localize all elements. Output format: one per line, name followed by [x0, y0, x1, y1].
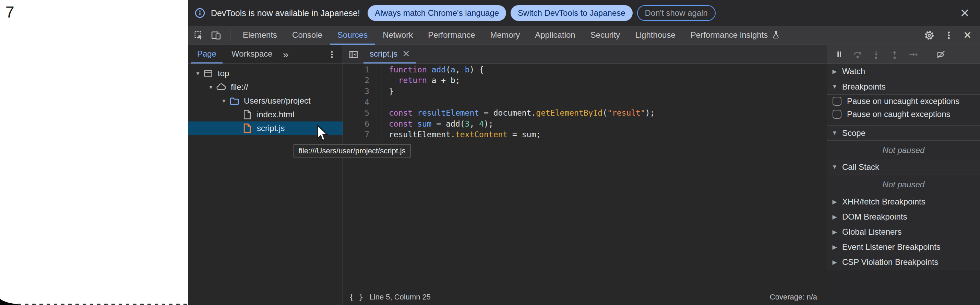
line-number[interactable]: 5	[343, 107, 382, 118]
chevron-right-icon: ▶	[827, 244, 842, 251]
main-tab-label: Sources	[337, 30, 368, 40]
tree-item-file-[interactable]: ▾file://	[188, 80, 342, 94]
infobar-close-icon[interactable]: ✕	[958, 7, 972, 19]
tree-item-label: file://	[231, 82, 248, 92]
tree-item-label: script.js	[257, 123, 285, 133]
editor-tab-close-icon[interactable]: ✕	[402, 50, 410, 59]
section-dom-breakpoints[interactable]: ▶DOM Breakpoints	[827, 209, 980, 224]
section-scope[interactable]: ▼Scope	[827, 125, 980, 141]
line-number[interactable]: 2	[343, 75, 382, 86]
deactivate-breakpoints-icon[interactable]	[936, 50, 946, 59]
section-global-listeners[interactable]: ▶Global Listeners	[827, 224, 980, 240]
code-line-text: function add(a, b) {	[382, 64, 484, 75]
line-number[interactable]: 6	[343, 118, 382, 129]
debugger-toolbar-separator	[927, 50, 927, 60]
tree-expand-icon[interactable]: ▾	[219, 97, 229, 105]
main-toolbar: ElementsConsoleSourcesNetworkPerformance…	[188, 26, 980, 45]
editor-tab-script-js[interactable]: script.js ✕	[363, 45, 416, 64]
section-label: Watch	[842, 67, 865, 76]
debugger-toolbar	[827, 45, 980, 64]
device-toolbar-icon[interactable]	[211, 30, 221, 40]
navigator-toggle-icon[interactable]	[343, 45, 363, 64]
section-label: Call Stack	[842, 162, 879, 172]
tree-item-label: Users/user/project	[244, 96, 311, 106]
pretty-print-icon[interactable]: { }	[349, 293, 363, 302]
main-tab-label: Performance	[428, 30, 475, 40]
main-tab-label: Application	[535, 30, 575, 40]
main-tab-memory[interactable]: Memory	[483, 26, 528, 45]
line-number[interactable]: 4	[343, 97, 382, 108]
main-tab-performance[interactable]: Performance	[420, 26, 482, 45]
checkbox[interactable]	[832, 97, 842, 106]
code-line-5: 5const resultElement = document.getEleme…	[343, 107, 827, 118]
main-tab-label: Elements	[243, 30, 277, 40]
black-cursor-bottom-left	[0, 299, 20, 305]
line-number[interactable]: 7	[343, 129, 382, 141]
code-editor[interactable]: 1function add(a, b) {2 return a + b;3}45…	[343, 64, 827, 305]
main-tab-elements[interactable]: Elements	[235, 26, 285, 45]
chevron-right-icon: ▶	[827, 213, 842, 220]
section-csp-violation-breakpoints[interactable]: ▶CSP Violation Breakpoints	[827, 255, 980, 270]
tree-item-Users-user-project[interactable]: ▾Users/user/project	[188, 94, 342, 108]
toolbar-left-icons	[188, 26, 235, 45]
navigator-sidebar: Page Workspace » ▾top▾file://▾Users/user…	[188, 45, 343, 305]
close-icon[interactable]: ✕	[963, 30, 972, 40]
section-status-call-stack: Not paused	[827, 175, 980, 194]
main-tab-label: Network	[383, 30, 413, 40]
section-label: Global Listeners	[842, 227, 902, 237]
more-tabs-icon[interactable]: »	[279, 45, 293, 64]
infobar-button-1[interactable]: Switch DevTools to Japanese	[511, 5, 633, 21]
checkbox[interactable]	[832, 110, 842, 119]
inspect-icon[interactable]	[194, 30, 204, 40]
file-icon	[242, 109, 253, 120]
infobar-button-2[interactable]: Don't show again	[637, 5, 716, 21]
checkbox-row-pause-on-caught-exceptions[interactable]: Pause on caught exceptions	[827, 108, 980, 121]
page-result-text: 7	[5, 3, 14, 21]
main-tab-network[interactable]: Network	[375, 26, 420, 45]
tab-workspace[interactable]: Workspace	[225, 45, 279, 64]
main-tab-label: Performance insights	[690, 30, 768, 40]
tab-page[interactable]: Page	[191, 45, 223, 64]
coverage-text: Coverage: n/a	[770, 293, 827, 302]
main-tab-security[interactable]: Security	[583, 26, 628, 45]
kebab-menu-icon[interactable]	[944, 30, 954, 40]
line-number[interactable]: 3	[343, 86, 382, 97]
code-line-4: 4	[343, 97, 827, 108]
section-breakpoints[interactable]: ▼Breakpoints	[827, 79, 980, 95]
checkbox-label: Pause on uncaught exceptions	[847, 96, 959, 106]
step-over-icon[interactable]	[853, 50, 862, 59]
tree-expand-icon[interactable]: ▾	[193, 70, 203, 77]
tree-item-top[interactable]: ▾top	[188, 67, 342, 80]
section-event-listener-breakpoints[interactable]: ▶Event Listener Breakpoints	[827, 240, 980, 255]
infobar-buttons: Always match Chrome's languageSwitch Dev…	[368, 5, 720, 21]
section-call-stack[interactable]: ▼Call Stack	[827, 160, 980, 175]
line-number[interactable]: 1	[343, 64, 382, 75]
step-icon[interactable]	[908, 50, 918, 59]
infobar-button-0[interactable]: Always match Chrome's language	[368, 5, 506, 21]
code-line-7: 7resultElement.textContent = sum;	[343, 129, 827, 141]
main-tab-console[interactable]: Console	[285, 26, 330, 45]
step-into-icon[interactable]	[871, 50, 881, 59]
editor-tab-label: script.js	[370, 49, 398, 59]
step-out-icon[interactable]	[890, 50, 899, 59]
main-tab-sources[interactable]: Sources	[330, 26, 375, 45]
tree-expand-icon[interactable]: ▾	[206, 83, 216, 91]
section-xhr-fetch-breakpoints[interactable]: ▶XHR/fetch Breakpoints	[827, 194, 980, 209]
main-tab-application[interactable]: Application	[527, 26, 582, 45]
tab-workspace-label: Workspace	[231, 49, 273, 59]
section-watch[interactable]: ▶Watch	[827, 64, 980, 79]
debugger-sections: ▶Watch▼BreakpointsPause on uncaught exce…	[827, 64, 980, 305]
tree-item-index-html[interactable]: index.html	[188, 108, 342, 121]
main-tab-label: Console	[292, 30, 322, 40]
main-tab-lighthouse[interactable]: Lighthouse	[627, 26, 683, 45]
checkbox-row-pause-on-uncaught-exceptions[interactable]: Pause on uncaught exceptions	[827, 95, 980, 108]
code-line-text	[382, 97, 389, 108]
gear-icon[interactable]	[924, 30, 934, 40]
section-label: DOM Breakpoints	[842, 212, 907, 222]
mouse-cursor	[315, 124, 329, 143]
code-line-2: 2 return a + b;	[343, 75, 827, 86]
main-tab-performance-insights[interactable]: Performance insights	[683, 26, 788, 45]
navigator-kebab-menu-icon[interactable]	[328, 45, 342, 64]
section-label: Scope	[842, 128, 865, 138]
pause-icon[interactable]	[835, 50, 844, 59]
